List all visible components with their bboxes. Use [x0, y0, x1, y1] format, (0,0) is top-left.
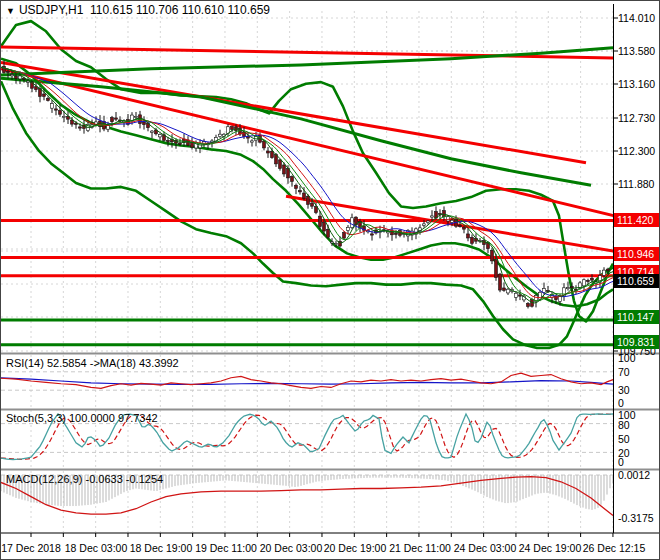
time-axis-label: 20 Dec 19:00 — [324, 542, 386, 554]
time-axis-label: 18 Dec 03:00 — [65, 542, 127, 554]
channel-lower-red — [1, 69, 621, 218]
ohlc-values: 110.615 110.706 110.610 110.659 — [90, 3, 270, 17]
price-tick-label: 112.730 — [618, 112, 655, 124]
resistance-trend-top — [1, 47, 613, 58]
symbol-dropdown-icon[interactable]: ▼ — [6, 6, 15, 16]
rsi-scale-label: 70 — [618, 366, 630, 378]
rsi-scale-label: 100 — [618, 352, 636, 364]
trading-chart-window: ▼USDJPY,H1 110.615 110.706 110.610 110.6… — [0, 0, 660, 560]
price-tick-label: 113.160 — [618, 78, 655, 90]
macd-scale-label: 0.0012 — [618, 469, 650, 481]
rsi-ma-line — [1, 378, 613, 385]
price-badge-green: 110.147 — [614, 310, 660, 324]
price-tick-label: 114.010 — [618, 12, 655, 24]
stoch-scale-label: 80 — [618, 419, 630, 431]
rsi-scale-label: 0 — [618, 397, 624, 409]
price-badge-red: 110.946 — [614, 247, 660, 261]
macd-scale-label: -0.3175 — [618, 512, 654, 524]
price-badge-green: 109.831 — [614, 335, 660, 349]
price-badge-black: 110.659 — [614, 274, 660, 288]
price-badge-red: 111.420 — [614, 213, 660, 227]
macd-indicator-label: MACD(12,26,9) -0.0633 -0.1254 — [6, 473, 163, 485]
price-tick-label: 112.300 — [618, 145, 655, 157]
rsi-line — [1, 373, 613, 388]
time-axis-label: 18 Dec 19:00 — [130, 542, 192, 554]
rsi-indicator-label: RSI(14) 52.5854 ->MA(18) 43.3992 — [6, 357, 179, 369]
time-axis-label: 19 Dec 11:00 — [195, 542, 257, 554]
stoch-scale-label: 0 — [618, 456, 624, 468]
stoch-indicator-label: Stoch(5,3,3) 100.0000 97.7342 — [6, 412, 158, 424]
symbol-timeframe-label: USDJPY,H1 — [19, 3, 83, 17]
time-axis-label: 20 Dec 03:00 — [260, 542, 322, 554]
stoch-scale-label: 50 — [618, 433, 630, 445]
time-axis-label: 26 Dec 12:15 — [583, 542, 645, 554]
channel-upper-red — [1, 63, 586, 163]
trend-mid-green — [1, 78, 591, 185]
time-axis-label: 24 Dec 19:00 — [519, 542, 581, 554]
time-axis-label: 17 Dec 2018 — [1, 542, 61, 554]
price-tick-label: 113.580 — [618, 45, 655, 57]
moving-averages — [1, 67, 613, 303]
time-axis-label: 24 Dec 03:00 — [454, 542, 516, 554]
main-price-panel — [1, 21, 660, 348]
rsi-panel — [1, 373, 613, 388]
chart-title: ▼USDJPY,H1 110.615 110.706 110.610 110.6… — [6, 3, 270, 17]
price-tick-label: 111.880 — [618, 178, 654, 190]
time-axis-label: 21 Dec 11:00 — [389, 542, 451, 554]
candles-series — [3, 61, 610, 309]
rsi-scale-label: 30 — [618, 384, 630, 396]
